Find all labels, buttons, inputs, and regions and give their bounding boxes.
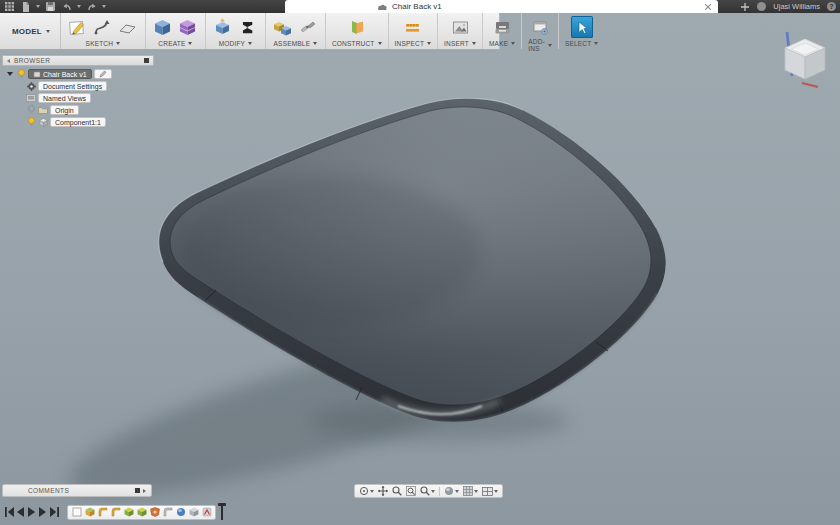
comments-expand-icon[interactable]: [143, 489, 146, 493]
workspace-selector[interactable]: MODEL: [0, 13, 61, 49]
edit-document-button[interactable]: [94, 69, 112, 79]
redo-icon[interactable]: [86, 1, 97, 12]
apps-grid-icon[interactable]: [4, 1, 15, 12]
panel-options-icon[interactable]: [144, 58, 149, 63]
timeline-marker[interactable]: [218, 503, 226, 521]
notifications-icon[interactable]: [757, 2, 766, 11]
group-label-assemble[interactable]: ASSEMBLE: [274, 40, 318, 47]
timeline-fillet-gray-icon[interactable]: [162, 507, 173, 518]
timeline-shell-icon[interactable]: [188, 507, 199, 518]
pan-icon[interactable]: [378, 486, 388, 496]
timeline-form-icon[interactable]: [84, 507, 95, 518]
step-forward-icon[interactable]: [37, 506, 48, 518]
toolbar-group-create: CREATE: [146, 13, 206, 49]
group-label-make[interactable]: MAKE: [489, 40, 515, 47]
comments-bar[interactable]: COMMENTS: [2, 484, 152, 497]
component-box-icon: [38, 117, 48, 127]
tree-item-document-settings[interactable]: Document Settings: [38, 81, 107, 91]
dropdown-caret-icon: [378, 42, 382, 45]
timeline-sketch-icon[interactable]: [71, 507, 82, 518]
display-settings-icon[interactable]: [444, 486, 459, 496]
orbit-icon[interactable]: [359, 486, 374, 496]
viewcube[interactable]: [772, 29, 836, 93]
new-tab-icon[interactable]: [739, 1, 750, 12]
toolbar-group-construct: CONSTRUCT: [326, 13, 389, 49]
grid-layout-icon[interactable]: [463, 486, 478, 496]
group-label-sketch[interactable]: SKETCH: [86, 40, 121, 47]
toolbar-group-addins: ADD-INS: [522, 13, 559, 49]
ribbon-toolbar: MODEL SKETCH: [0, 13, 500, 50]
tree-row-named-views[interactable]: Named Views: [2, 92, 192, 104]
play-icon[interactable]: [26, 506, 37, 518]
tree-row-component[interactable]: Component1:1: [2, 116, 192, 128]
document-tab[interactable]: Chair Back v1: [285, 0, 718, 13]
measure-button[interactable]: [402, 16, 424, 38]
sketch-rectangle-button[interactable]: [117, 16, 139, 38]
timeline-revolve-icon[interactable]: [175, 507, 186, 518]
insert-image-button[interactable]: [449, 16, 471, 38]
timeline-extrude-icon[interactable]: [123, 507, 134, 518]
create-form-button[interactable]: [177, 16, 199, 38]
make-button[interactable]: [491, 16, 513, 38]
undo-icon[interactable]: [61, 1, 72, 12]
collapse-panel-icon[interactable]: [7, 59, 10, 63]
step-back-icon[interactable]: [15, 506, 26, 518]
group-label-insert[interactable]: INSERT: [444, 40, 476, 47]
viewports-icon[interactable]: [482, 487, 498, 496]
timeline-fillet-icon[interactable]: [97, 507, 108, 518]
extrude-button[interactable]: [152, 16, 174, 38]
workspace-caret-icon: [46, 30, 50, 33]
press-pull-button[interactable]: [212, 16, 234, 38]
dropdown-caret-icon: [248, 42, 252, 45]
username-label[interactable]: Ujasi Williams: [773, 2, 820, 11]
tree-item-root[interactable]: Chair Back v1: [28, 69, 92, 79]
file-menu-icon[interactable]: [20, 1, 31, 12]
viewcube-x-axis: [802, 83, 818, 87]
dropdown-caret-icon: [594, 42, 598, 45]
group-label-construct[interactable]: CONSTRUCT: [332, 40, 382, 47]
group-label-select[interactable]: SELECT: [565, 40, 599, 47]
timeline-appearance-icon[interactable]: [201, 507, 212, 518]
tree-row-origin[interactable]: Origin: [2, 104, 192, 116]
scripts-addins-button[interactable]: [529, 16, 551, 38]
expander-icon[interactable]: [7, 72, 13, 76]
browser-header[interactable]: BROWSER: [2, 55, 154, 66]
group-label-create[interactable]: CREATE: [158, 40, 192, 47]
visibility-bulb-icon[interactable]: [26, 117, 36, 127]
construction-plane-button[interactable]: [346, 16, 368, 38]
zoom-window-icon[interactable]: [420, 486, 435, 496]
redo-caret-icon[interactable]: [102, 5, 106, 8]
dropdown-caret-icon: [472, 42, 476, 45]
timeline-extrude-icon[interactable]: [136, 507, 147, 518]
new-component-button[interactable]: [272, 16, 294, 38]
comments-icon[interactable]: [135, 488, 140, 493]
visibility-bulb-icon[interactable]: [26, 105, 36, 115]
group-label-modify[interactable]: MODIFY: [219, 40, 252, 47]
joint-button[interactable]: [297, 16, 319, 38]
fit-icon[interactable]: [406, 486, 416, 496]
tree-row-document-settings[interactable]: Document Settings: [2, 80, 192, 92]
visibility-bulb-icon[interactable]: [16, 69, 26, 79]
spline-button[interactable]: [92, 16, 114, 38]
change-parameters-button[interactable]: [237, 16, 259, 38]
save-icon[interactable]: [45, 1, 56, 12]
toolbar-separator: [439, 487, 440, 496]
close-tab-icon[interactable]: [702, 1, 713, 12]
group-label-addins[interactable]: ADD-INS: [528, 38, 552, 52]
file-menu-caret-icon[interactable]: [36, 5, 40, 8]
help-icon[interactable]: ?: [827, 2, 836, 11]
timeline-fillet-icon[interactable]: [110, 507, 121, 518]
zoom-icon[interactable]: [392, 486, 402, 496]
tree-item-component[interactable]: Component1:1: [50, 117, 106, 127]
go-to-end-icon[interactable]: [48, 506, 59, 518]
tree-item-named-views[interactable]: Named Views: [38, 93, 91, 103]
viewport-canvas[interactable]: BROWSER Chair Back v1: [0, 13, 840, 525]
select-button[interactable]: [571, 16, 593, 38]
go-to-start-icon[interactable]: [4, 506, 15, 518]
tree-row-document[interactable]: Chair Back v1: [2, 68, 192, 80]
group-label-inspect[interactable]: INSPECT: [395, 40, 432, 47]
tree-item-origin[interactable]: Origin: [50, 105, 79, 115]
timeline-boundary-fill-icon[interactable]: [149, 507, 160, 518]
undo-caret-icon[interactable]: [77, 5, 81, 8]
create-sketch-button[interactable]: [67, 16, 89, 38]
